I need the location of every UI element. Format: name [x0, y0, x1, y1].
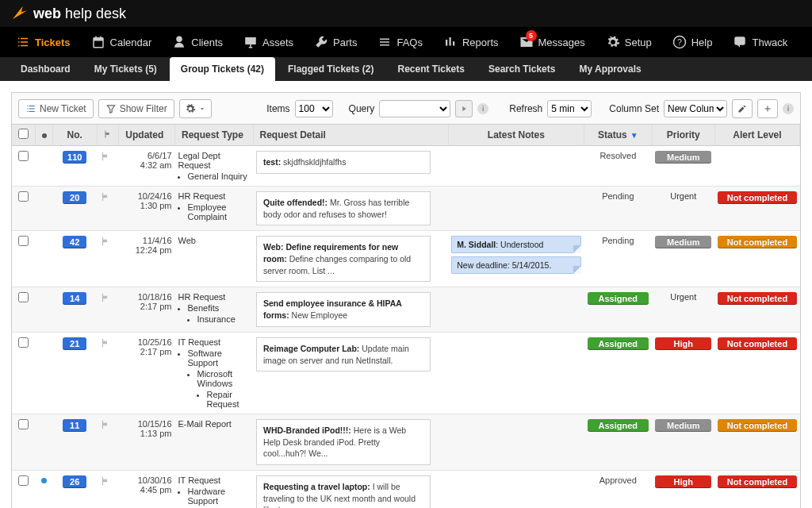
nav-help[interactable]: Help	[665, 27, 721, 57]
nav-label: Setup	[625, 37, 652, 48]
notes-cell	[448, 146, 584, 187]
status-cell: Assigned	[584, 414, 653, 470]
updated-cell: 10/18/162:17 pm	[119, 287, 175, 332]
list-icon	[16, 35, 30, 49]
subtab-search-tickets[interactable]: Search Tickets	[477, 57, 567, 81]
table-row[interactable]: 1106/6/174:32 amLegal Dept RequestGenera…	[12, 146, 800, 187]
ticket-number-badge[interactable]: 26	[63, 475, 86, 488]
nav-assets[interactable]: Assets	[236, 27, 301, 57]
col-header-0[interactable]	[12, 125, 36, 146]
updated-cell: 11/4/1612:24 pm	[119, 231, 175, 287]
colset-select[interactable]: New Colum	[664, 100, 727, 117]
row-checkbox[interactable]	[18, 236, 29, 246]
col-header-7[interactable]: Latest Notes	[448, 125, 584, 146]
updated-cell: 10/30/164:45 pm	[119, 470, 175, 508]
col-header-5[interactable]: Request Type	[175, 125, 253, 146]
updated-cell: 10/15/161:13 pm	[119, 414, 175, 470]
new-ticket-button[interactable]: New Ticket	[18, 99, 94, 118]
nav-calendar[interactable]: Calendar	[83, 27, 160, 57]
nav-tickets[interactable]: Tickets	[8, 27, 79, 57]
flag-icon[interactable]	[100, 292, 111, 303]
table-row[interactable]: 4211/4/1612:24 pmWebWeb: Define requirem…	[12, 231, 800, 287]
col-header-6[interactable]: Request Detail	[253, 125, 448, 146]
flag-icon[interactable]	[100, 419, 111, 430]
flag-icon[interactable]	[100, 191, 111, 202]
nav-reports[interactable]: Reports	[435, 27, 507, 57]
alert-cell: Not completed	[714, 470, 799, 508]
subtab-group-tickets-42-[interactable]: Group Tickets (42)	[170, 57, 275, 81]
ticket-number-badge[interactable]: 14	[63, 292, 86, 305]
nav-setup[interactable]: Setup	[598, 27, 660, 57]
nav-label: Thwack	[752, 37, 787, 48]
ticket-number-badge[interactable]: 110	[63, 151, 86, 164]
show-filter-button[interactable]: Show Filter	[98, 99, 174, 118]
ticket-number-badge[interactable]: 42	[63, 236, 86, 248]
row-checkbox[interactable]	[18, 151, 29, 161]
query-label: Query	[349, 103, 375, 114]
flag-icon[interactable]	[100, 475, 111, 487]
updated-cell: 6/6/174:32 am	[119, 146, 175, 187]
priority-cell: Urgent	[652, 287, 714, 332]
ticket-number-badge[interactable]: 11	[63, 419, 86, 432]
col-header-1[interactable]	[36, 125, 52, 146]
table-row[interactable]: 2110/25/162:17 pmIT RequestSoftware Supp…	[12, 332, 800, 414]
priority-cell: Medium	[652, 231, 714, 287]
nav-parts[interactable]: Parts	[306, 27, 365, 57]
flag-icon[interactable]	[100, 236, 111, 247]
caret-down-icon	[198, 105, 206, 113]
status-cell: Approved	[584, 470, 653, 508]
chat-icon	[733, 35, 747, 49]
row-checkbox[interactable]	[18, 419, 29, 429]
request-type-cell: Web	[175, 231, 253, 287]
col-header-4[interactable]: Updated	[119, 125, 175, 146]
nav-clients[interactable]: Clients	[164, 27, 231, 57]
table-row[interactable]: 1110/15/161:13 pmE-Mail ReportWHD-Brande…	[12, 414, 800, 470]
table-row[interactable]: 2610/30/164:45 pmIT RequestHardware Supp…	[12, 470, 800, 508]
ticket-number-badge[interactable]: 20	[63, 191, 86, 204]
items-select[interactable]: 100	[295, 100, 333, 117]
table-row[interactable]: 2010/24/161:30 pmHR RequestEmployee Comp…	[12, 187, 800, 231]
flag-icon[interactable]	[100, 337, 111, 348]
ticket-table: No.UpdatedRequest TypeRequest DetailLate…	[12, 125, 800, 508]
add-column-button[interactable]	[757, 99, 778, 118]
nav-label: Reports	[462, 37, 499, 48]
status-cell: Assigned	[584, 332, 653, 414]
priority-pill: Medium	[655, 236, 711, 248]
row-checkbox[interactable]	[18, 191, 29, 202]
query-run-button[interactable]	[455, 100, 473, 117]
col-header-3[interactable]	[97, 125, 119, 146]
table-row[interactable]: 1410/18/162:17 pmHR RequestBenefitsInsur…	[12, 287, 800, 332]
ticket-number-badge[interactable]: 21	[63, 337, 86, 350]
subtab-my-approvals[interactable]: My Approvals	[568, 57, 652, 81]
menu-icon	[377, 35, 392, 49]
wrench-icon	[314, 35, 328, 49]
row-checkbox[interactable]	[18, 337, 29, 348]
nav-label: Parts	[333, 37, 357, 48]
refresh-select[interactable]: 5 min	[547, 100, 592, 117]
plus-icon	[763, 104, 772, 114]
subtab-recent-tickets[interactable]: Recent Tickets	[386, 57, 476, 81]
alert-pill: Not completed	[718, 419, 796, 432]
nav-faqs[interactable]: FAQs	[370, 27, 431, 57]
row-checkbox[interactable]	[18, 475, 29, 486]
col-header-2[interactable]: No.	[52, 125, 97, 146]
edit-columns-button[interactable]	[732, 99, 753, 118]
nav-thwack[interactable]: Thwack	[725, 27, 795, 57]
row-checkbox[interactable]	[18, 292, 29, 302]
nav-label: FAQs	[396, 37, 423, 48]
subtab-dashboard[interactable]: Dashboard	[10, 57, 82, 81]
flag-icon[interactable]	[100, 151, 111, 162]
col-header-10[interactable]: Alert Level	[714, 125, 799, 146]
query-info-icon[interactable]: i	[477, 103, 488, 114]
query-select[interactable]	[379, 100, 450, 117]
subtab-flagged-tickets-2-[interactable]: Flagged Tickets (2)	[277, 57, 385, 81]
col-header-8[interactable]: Status ▼	[584, 125, 653, 146]
pencil-icon	[737, 104, 747, 114]
nav-messages[interactable]: Messages5	[511, 27, 593, 57]
colset-info-icon[interactable]: i	[783, 103, 794, 114]
settings-menu-button[interactable]	[179, 99, 212, 118]
alert-pill: Not completed	[718, 236, 796, 248]
col-header-9[interactable]: Priority	[652, 125, 714, 146]
select-all-checkbox[interactable]	[18, 129, 29, 139]
subtab-my-tickets-5-[interactable]: My Tickets (5)	[83, 57, 168, 81]
